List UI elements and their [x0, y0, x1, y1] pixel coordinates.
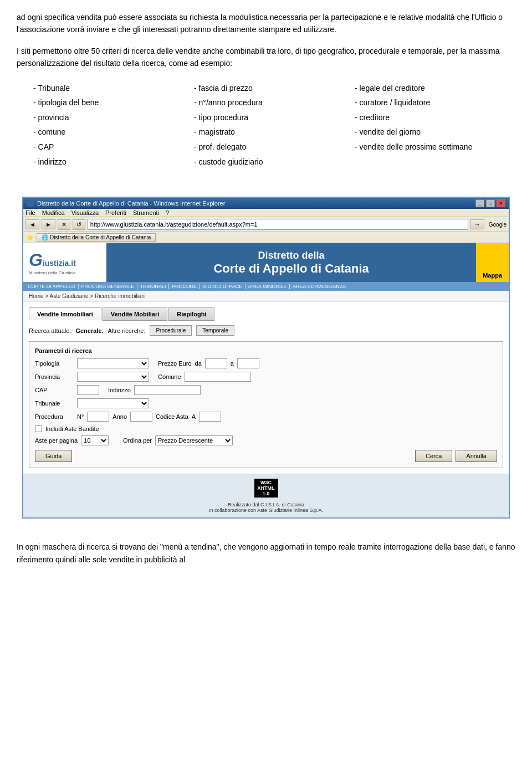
criteria-item: - tipo procedura	[194, 110, 355, 125]
maximize-button[interactable]: □	[486, 199, 495, 207]
menu-strumenti[interactable]: Strumenti	[133, 209, 159, 216]
menu-visualizza[interactable]: Visualizza	[71, 209, 99, 216]
tab-label: Vendite Mobiliari	[111, 311, 159, 317]
cerca-button[interactable]: Cerca	[415, 450, 452, 462]
site-title-container: Distretto della Corte di Appello di Cata…	[213, 250, 369, 276]
includi-checkbox[interactable]	[35, 425, 42, 432]
criteria-item: - vendite del giorno	[355, 125, 515, 140]
menu-preferiti[interactable]: Preferiti	[105, 209, 126, 216]
other-label: Altre ricerche:	[108, 327, 146, 334]
cap-label: CAP	[35, 387, 74, 393]
footer-line2: In collaborazione con Aste Giudiziarie I…	[28, 507, 504, 513]
go-button[interactable]: →	[470, 219, 484, 229]
minimize-button[interactable]: _	[475, 199, 484, 207]
criteria-item: - prof. delegato	[194, 140, 355, 155]
logo-subtext: Ministero della Giustizia	[29, 270, 76, 275]
anno-input[interactable]	[130, 412, 152, 422]
fav-icon: 🌐	[42, 234, 48, 240]
criteria-col3: - legale del creditore - curatore / liqu…	[355, 81, 515, 170]
form-section: Parametri di ricerca Tipologia Prezzo Eu…	[29, 341, 503, 468]
mappa-button[interactable]: Mappa	[476, 243, 509, 282]
nav-procura[interactable]: PROCURA GENERALE	[81, 284, 134, 289]
procedurale-button[interactable]: Procedurale	[150, 325, 192, 336]
nav-sorveglianza[interactable]: AREA SORVEGLIANZA	[293, 284, 346, 289]
nav-minorile[interactable]: AREA MINORILE	[248, 284, 287, 289]
form-row-procedura: Procedura N° Anno Codice Asta A	[35, 412, 497, 422]
footer-line1: Realizzato dal C.I.S.I.A. di Catania	[28, 502, 504, 507]
form-row-tipologia: Tipologia Prezzo Euro da a	[35, 358, 497, 368]
tipologia-select[interactable]	[77, 358, 149, 368]
browser-controls[interactable]: _ □ ✕	[475, 199, 505, 207]
search-type-row: Ricerca attuale: Generale. Altre ricerch…	[29, 325, 503, 336]
nav-tribunali[interactable]: TRIBUNALI	[140, 284, 166, 289]
includi-label: Includi Aste Bandite	[45, 425, 99, 432]
provincia-select[interactable]	[77, 372, 149, 382]
provincia-label: Provincia	[35, 373, 74, 380]
google-label: Google	[489, 222, 507, 228]
w3c-text: W3CXHTML1.0	[254, 479, 278, 498]
nav-corte[interactable]: CORTE DI APPELLO	[28, 284, 75, 289]
criteria-item: - magistrato	[194, 125, 355, 140]
prezzo-da-input[interactable]	[205, 358, 227, 368]
ordina-label: Ordina per	[123, 437, 152, 444]
comune-input[interactable]	[185, 372, 251, 382]
site-nav: CORTE DI APPELLO | PROCURA GENERALE | TR…	[23, 282, 509, 291]
anno-label: Anno	[112, 413, 127, 420]
url-bar-row: ◄ ► ✕ ↺ → Google	[23, 217, 509, 232]
menu-modifica[interactable]: Modifica	[42, 209, 65, 216]
bottom-paragraph: In ogni maschera di ricerca si trovano d…	[17, 541, 515, 566]
menu-file[interactable]: File	[25, 209, 35, 216]
logo-g-letter: G	[29, 250, 43, 270]
criteria-item: - comune	[33, 125, 194, 140]
criteria-item: - Tribunale	[33, 81, 194, 96]
logo-container: Giustizia.it Ministero della Giustizia	[29, 250, 76, 275]
browser-title-area: Distretto della Corte di Appello di Cata…	[27, 199, 225, 207]
criteria-item: - creditore	[355, 110, 515, 125]
tab-vendite-immobiliari[interactable]: Vendite Immobiliari	[29, 307, 101, 321]
nav-giudici[interactable]: GIUDICI DI PACE	[202, 284, 242, 289]
intro-paragraph2: I siti permettono oltre 50 criteri di ri…	[17, 45, 515, 70]
indirizzo-label: Indirizzo	[108, 387, 131, 393]
criteria-col1: - Tribunale - tipologia del bene - provi…	[33, 81, 194, 170]
ordina-select[interactable]: Prezzo Decrescente	[155, 435, 233, 445]
favorites-item[interactable]: 🌐 Distretto della Corte di Appello di Ca…	[37, 233, 156, 242]
annulla-button[interactable]: Annulla	[456, 450, 497, 462]
stop-button[interactable]: ✕	[58, 219, 70, 230]
codice-asta-input[interactable]	[199, 412, 221, 422]
codice-asta-label: Codice Asta	[156, 413, 188, 420]
tab-label: Vendite Immobiliari	[37, 311, 93, 317]
criteria-item: - legale del creditore	[355, 81, 515, 96]
guida-button[interactable]: Guida	[35, 450, 72, 462]
criteria-item: - curatore / liquidatore	[355, 95, 515, 110]
da-label: da	[195, 360, 202, 367]
indirizzo-input[interactable]	[134, 385, 201, 395]
tab-vendite-mobiliari[interactable]: Vendite Mobiliari	[103, 307, 167, 321]
mappa-label: Mappa	[483, 272, 502, 279]
fav-label: Distretto della Corte di Appello di Cata…	[50, 234, 151, 240]
form-row-tribunale: Tribunale	[35, 398, 497, 408]
menu-help[interactable]: ?	[166, 209, 169, 216]
refresh-button[interactable]: ↺	[73, 219, 85, 230]
form-row-includi: Includi Aste Bandite	[35, 425, 497, 432]
criteria-item: - indirizzo	[33, 155, 194, 170]
tribunale-select[interactable]	[77, 398, 149, 408]
temporale-button[interactable]: Temporale	[196, 325, 234, 336]
tab-riepiloghi[interactable]: Riepiloghi	[168, 307, 214, 321]
url-input[interactable]	[88, 219, 468, 230]
nav-procure[interactable]: PROCURE	[172, 284, 197, 289]
criteria-item: - vendite delle prossime settimane	[355, 140, 515, 155]
site-main: Vendite Immobiliari Vendite Mobiliari Ri…	[23, 302, 509, 474]
prezzo-a-input[interactable]	[237, 358, 259, 368]
form-row-aste-pagina: Aste per pagina 10 Ordina per Prezzo Dec…	[35, 435, 497, 445]
close-button[interactable]: ✕	[497, 199, 505, 207]
action-buttons: Guida Cerca Annulla	[35, 450, 497, 462]
criteria-item: - provincia	[33, 110, 194, 125]
back-button[interactable]: ◄	[25, 219, 39, 229]
browser-titlebar: Distretto della Corte di Appello di Cata…	[23, 198, 509, 209]
procedura-n-input[interactable]	[87, 412, 109, 422]
forward-button[interactable]: ►	[42, 219, 55, 229]
aste-pagina-select[interactable]: 10	[81, 435, 109, 445]
procedura-label: Procedura	[35, 413, 74, 420]
cap-input[interactable]	[77, 385, 99, 395]
website-body: Giustizia.it Ministero della Giustizia D…	[23, 243, 509, 517]
